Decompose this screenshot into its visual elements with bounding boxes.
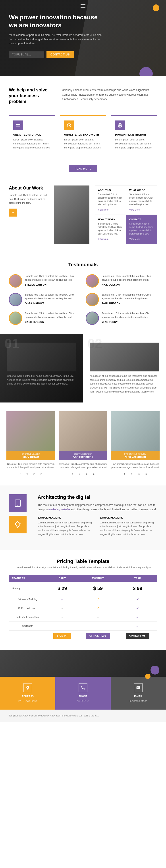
feature-card-storage: UNLIMITED STORAGE Lorem ipsum dolor sit … <box>9 115 55 154</box>
team-name-0: Mary Brown <box>8 455 53 458</box>
team-overlay-1: creative leader Ann Richmond <box>59 451 107 460</box>
testimonial-name-2: OLGA IVANOVA <box>25 302 80 305</box>
about-grid: ABOUT US Sample text. Click to select th… <box>95 185 157 244</box>
digital-icon-tablet[interactable] <box>9 494 27 512</box>
two-col-right-num: 02 <box>87 336 102 351</box>
about-photo <box>54 185 89 244</box>
testimonial-body-5: Sample text. Click to select the text bo… <box>101 312 157 323</box>
digital-headline-0-body: Lorem ipsum dolor sit amet consectetur a… <box>38 521 95 536</box>
twitter-icon-0[interactable]: 𝕏 <box>25 471 30 476</box>
feature-cards-container: UNLIMITED STORAGE Lorem ipsum dolor sit … <box>0 115 166 163</box>
about-item-about-us-link[interactable]: View More <box>98 209 109 211</box>
team-card-0: creative leader Mary Brown Give amet ill… <box>6 411 55 476</box>
facebook-icon-2[interactable]: f <box>122 471 127 476</box>
read-more-button[interactable]: READ MORE <box>69 165 97 172</box>
about-item-how-it-work-body: Sample text. Click to select the text bo… <box>98 222 123 236</box>
facebook-icon-0[interactable]: f <box>17 471 23 476</box>
linkedin-icon-2[interactable]: in <box>143 471 149 476</box>
hamburger-menu[interactable] <box>81 4 85 8</box>
about-item-how-it-work: HOW IT WORK Sample text. Click to select… <box>95 215 126 244</box>
two-col-left-panel: 01 While we were not the first home clea… <box>0 334 83 402</box>
feature-storage-body: Lorem ipsum dolor sit amet, consectetur … <box>13 138 51 150</box>
pricing-subtitle: Lorem ipsum dolor sit amet, consectetur … <box>9 565 157 569</box>
pricing-section: Pricing Table Template Lorem ipsum dolor… <box>0 550 166 650</box>
check-coffee-monthly: ✓ <box>96 607 99 610</box>
digital-headline-1-body: Lorem ipsum dolor sit amet consectetur a… <box>99 521 157 536</box>
testimonial-avatar-1 <box>86 274 99 287</box>
check-training-year: ✓ <box>136 597 139 601</box>
team-social-1: f 𝕏 in in <box>59 471 107 476</box>
hero-email-input[interactable] <box>9 51 44 58</box>
contact-phone-text: 735 51 61 81 <box>60 700 106 703</box>
about-item-what-we-do: WHAT WE DO Sample text. Click to select … <box>126 185 157 215</box>
feature-domain-title: DOMAIN REGISTRATION <box>115 133 153 136</box>
instagram-icon-0[interactable]: in <box>32 471 37 476</box>
twitter-icon-1[interactable]: 𝕏 <box>77 471 82 476</box>
two-col-right-panel: 02 As a result of our onboarding to be t… <box>83 334 166 402</box>
pricing-row-certificate: Certificate – – ✓ <box>9 621 157 630</box>
two-col-right-body: As a result of our onboarding to be the … <box>90 374 159 394</box>
pricing-price-daily: $ 29 <box>46 582 78 595</box>
check-cert-year: ✓ <box>136 624 139 628</box>
contact-email-text: business@info.co <box>115 700 162 703</box>
team-name-1: Ann Richmond <box>60 455 106 458</box>
pricing-col-daily: DAILY <box>46 575 78 582</box>
testimonial-item-0: Sample text. Click to select the text bo… <box>9 274 80 287</box>
about-item-contact-link[interactable]: View More <box>129 238 140 240</box>
team-section: creative leader Mary Brown Give amet ill… <box>0 402 166 486</box>
testimonial-name-4: CASH HUDSON <box>25 321 80 323</box>
linkedin-icon-1[interactable]: in <box>91 471 96 476</box>
business-description-text: Uniquely unleash client-centered relatio… <box>62 88 157 101</box>
pricing-feature-certificate: Certificate <box>9 621 46 630</box>
digital-content: Architecting the digital The result of o… <box>38 494 157 541</box>
business-heading-area: We help and solve your business problem <box>9 87 53 104</box>
testimonial-item-3: Sample text. Click to select the text bo… <box>86 293 157 306</box>
contact-address-title: ADDRESS <box>4 695 51 698</box>
linkedin-icon-0[interactable]: in <box>39 471 44 476</box>
testimonial-avatar-3 <box>86 293 99 306</box>
bandwidth-icon <box>64 121 74 130</box>
check-coffee-year: ✓ <box>136 607 139 610</box>
testimonial-item-1: Sample text. Click to select the text bo… <box>86 274 157 287</box>
svg-point-2 <box>19 124 20 125</box>
pricing-col-year: YEAR <box>118 575 157 582</box>
feature-domain-body: Lorem ipsum dolor sit amet, consectetur … <box>115 138 153 150</box>
pricing-heading: Pricing Table Template <box>9 558 157 564</box>
twitter-icon-2[interactable]: 𝕏 <box>129 471 134 476</box>
contact-block-email: E-MAIL business@info.co <box>111 677 166 710</box>
check-training-daily: ✓ <box>61 597 64 601</box>
team-card-2: programming guru Nina Greenfield Give am… <box>111 411 160 476</box>
pricing-col-monthly: MONTHLY <box>78 575 118 582</box>
arrow-button[interactable]: → <box>9 209 17 217</box>
testimonial-body-4: Sample text. Click to select the text bo… <box>25 312 80 323</box>
office-plus-button[interactable]: OFFICE PLUS <box>86 633 110 639</box>
check-training-monthly: ✓ <box>96 597 99 601</box>
about-item-how-it-work-link[interactable]: View More <box>98 238 109 240</box>
digital-headlines: SAMPLE HEADLINE Lorem ipsum dolor sit am… <box>38 516 157 541</box>
testimonial-avatar-5 <box>86 312 99 325</box>
team-image-1: creative leader Ann Richmond <box>59 411 107 460</box>
testimonials-grid: Sample text. Click to select the text bo… <box>9 274 157 325</box>
signup-button[interactable]: SIGN UP <box>53 633 71 639</box>
facebook-icon-1[interactable]: f <box>70 471 75 476</box>
digital-icon-diamond[interactable] <box>9 516 27 533</box>
map-icon <box>23 683 32 692</box>
hero-body: Morbi aliquam of partum dui a diam. Au f… <box>9 33 102 46</box>
contact-us-pricing-button[interactable]: CONTACT US <box>126 633 150 639</box>
svg-marker-8 <box>15 522 20 528</box>
about-section: About Our Work Sample text. Click to sel… <box>0 181 166 253</box>
testimonial-name-0: STELLA LARSON <box>25 283 80 286</box>
about-item-what-we-do-link[interactable]: View More <box>129 209 140 211</box>
hero-cta-button[interactable]: CONTACT US <box>46 51 74 58</box>
instagram-icon-2[interactable]: in <box>136 471 141 476</box>
instagram-icon-1[interactable]: in <box>84 471 89 476</box>
pricing-col-features: FEATURES <box>9 575 46 582</box>
team-desc-2: Give amet illum libero molestie ante et … <box>111 460 160 471</box>
testimonial-body-0: Sample text. Click to select the text bo… <box>25 274 80 286</box>
testimonials-heading: Testimonials <box>9 262 157 268</box>
team-role-2: programming guru <box>113 453 158 455</box>
storage-icon <box>13 121 23 130</box>
testimonial-avatar-4 <box>9 312 22 325</box>
about-item-what-we-do-body: Sample text. Click to select the text bo… <box>129 193 154 206</box>
digital-heading: Architecting the digital <box>38 494 157 500</box>
